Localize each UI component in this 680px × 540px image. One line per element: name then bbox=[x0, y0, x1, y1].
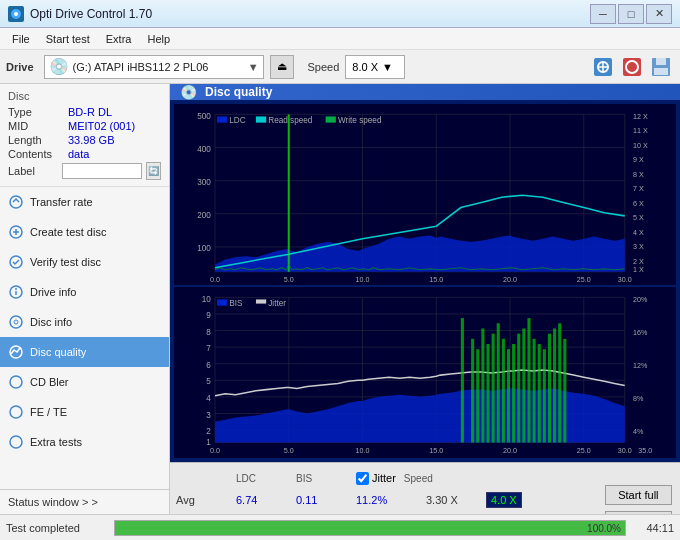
svg-rect-100 bbox=[517, 334, 520, 443]
sidebar-item-drive-info[interactable]: Drive info bbox=[0, 277, 169, 307]
svg-text:5: 5 bbox=[206, 378, 211, 387]
chart1-container: 500 400 300 200 100 0.0 5.0 10.0 15.0 20… bbox=[174, 104, 676, 285]
drive-eject-icon[interactable]: ⏏ bbox=[270, 55, 294, 79]
svg-text:8%: 8% bbox=[633, 394, 644, 403]
time-display: 44:11 bbox=[634, 522, 674, 534]
svg-text:5.0: 5.0 bbox=[284, 275, 294, 284]
nav-items: Transfer rate Create test disc Verify te… bbox=[0, 187, 169, 489]
app-icon bbox=[8, 6, 24, 22]
length-label: Length bbox=[8, 134, 68, 146]
drive-info-icon bbox=[8, 284, 24, 300]
speed-dropdown-arrow[interactable]: ▼ bbox=[382, 61, 393, 73]
statusbar: Test completed 100.0% 44:11 bbox=[0, 514, 680, 540]
toolbar-icon-2[interactable] bbox=[619, 54, 645, 80]
verify-test-disc-icon bbox=[8, 254, 24, 270]
svg-text:9: 9 bbox=[206, 311, 211, 320]
svg-text:4: 4 bbox=[206, 394, 211, 403]
drive-selector[interactable]: 💿 (G:) ATAPI iHBS112 2 PL06 ▼ bbox=[44, 55, 264, 79]
chart2-container: 10 9 8 7 6 5 4 3 2 1 0.0 5.0 10.0 15.0 2… bbox=[174, 287, 676, 458]
extra-tests-icon bbox=[8, 434, 24, 450]
menu-starttest[interactable]: Start test bbox=[38, 31, 98, 47]
svg-rect-133 bbox=[217, 300, 227, 306]
avg-jitter: 11.2% bbox=[356, 494, 426, 506]
start-part-button[interactable]: Start part bbox=[605, 511, 672, 514]
svg-text:8: 8 bbox=[206, 328, 211, 337]
svg-rect-106 bbox=[548, 334, 551, 443]
sidebar-item-fe-te[interactable]: FE / TE bbox=[0, 397, 169, 427]
disc-quality-header-icon: 💿 bbox=[180, 84, 197, 100]
menu-extra[interactable]: Extra bbox=[98, 31, 140, 47]
svg-rect-103 bbox=[533, 339, 536, 443]
sidebar-item-disc-info[interactable]: Disc info bbox=[0, 307, 169, 337]
menu-file[interactable]: File bbox=[4, 31, 38, 47]
svg-text:15.0: 15.0 bbox=[429, 275, 443, 284]
toolbar-icon-1[interactable] bbox=[590, 54, 616, 80]
titlebar: Opti Drive Control 1.70 ─ □ ✕ bbox=[0, 0, 680, 28]
minimize-button[interactable]: ─ bbox=[590, 4, 616, 24]
disc-label-refresh-icon[interactable]: 🔄 bbox=[146, 162, 161, 180]
start-buttons: Start full Start part bbox=[597, 463, 680, 514]
svg-text:0.0: 0.0 bbox=[210, 446, 220, 455]
svg-text:10 X: 10 X bbox=[633, 140, 648, 149]
window-controls: ─ □ ✕ bbox=[590, 4, 672, 24]
jitter-check-input[interactable] bbox=[356, 472, 369, 485]
sidebar-item-verify-test-disc[interactable]: Verify test disc bbox=[0, 247, 169, 277]
svg-rect-102 bbox=[527, 318, 530, 442]
svg-text:6: 6 bbox=[206, 361, 211, 370]
svg-rect-65 bbox=[217, 116, 227, 122]
svg-rect-94 bbox=[486, 344, 489, 442]
sidebar-item-cd-bler[interactable]: CD Bler bbox=[0, 367, 169, 397]
svg-text:12%: 12% bbox=[633, 361, 648, 370]
svg-rect-90 bbox=[461, 318, 464, 442]
svg-text:200: 200 bbox=[197, 211, 211, 220]
disc-section-title: Disc bbox=[8, 90, 161, 102]
fe-te-label: FE / TE bbox=[30, 406, 67, 418]
disc-quality-label: Disc quality bbox=[30, 346, 86, 358]
speed-selector[interactable]: 8.0 X ▼ bbox=[345, 55, 405, 79]
svg-point-19 bbox=[10, 316, 22, 328]
speed-box: 4.0 X bbox=[486, 492, 522, 508]
maximize-button[interactable]: □ bbox=[618, 4, 644, 24]
jitter-checkbox[interactable]: Jitter bbox=[356, 472, 396, 485]
sidebar-item-disc-quality[interactable]: Disc quality bbox=[0, 337, 169, 367]
svg-text:3 X: 3 X bbox=[633, 242, 644, 251]
svg-rect-98 bbox=[507, 349, 510, 442]
toolbar-save-icon[interactable] bbox=[648, 54, 674, 80]
sidebar: Disc Type BD-R DL MID MEIT02 (001) Lengt… bbox=[0, 84, 170, 514]
svg-text:100: 100 bbox=[197, 244, 211, 253]
svg-rect-109 bbox=[563, 339, 566, 443]
close-button[interactable]: ✕ bbox=[646, 4, 672, 24]
svg-rect-108 bbox=[558, 324, 561, 443]
svg-text:BIS: BIS bbox=[229, 299, 243, 308]
svg-text:12 X: 12 X bbox=[633, 111, 648, 120]
svg-point-18 bbox=[15, 288, 17, 290]
svg-text:25.0: 25.0 bbox=[577, 446, 591, 455]
disc-label-input[interactable] bbox=[62, 163, 142, 179]
progress-bar: 100.0% bbox=[114, 520, 626, 536]
drive-dropdown-arrow[interactable]: ▼ bbox=[248, 61, 259, 73]
svg-text:5 X: 5 X bbox=[633, 213, 644, 222]
svg-rect-135 bbox=[256, 300, 266, 304]
svg-text:Write speed: Write speed bbox=[338, 116, 382, 125]
svg-text:10: 10 bbox=[202, 295, 212, 304]
start-full-button[interactable]: Start full bbox=[605, 485, 672, 505]
sidebar-item-extra-tests[interactable]: Extra tests bbox=[0, 427, 169, 457]
svg-rect-99 bbox=[512, 344, 515, 442]
sidebar-item-create-test-disc[interactable]: Create test disc bbox=[0, 217, 169, 247]
svg-text:Read speed: Read speed bbox=[268, 116, 313, 125]
progress-fill bbox=[115, 521, 625, 535]
svg-point-11 bbox=[10, 196, 22, 208]
svg-rect-92 bbox=[476, 349, 479, 442]
svg-text:10.0: 10.0 bbox=[356, 446, 370, 455]
extra-tests-label: Extra tests bbox=[30, 436, 82, 448]
main-layout: Disc Type BD-R DL MID MEIT02 (001) Lengt… bbox=[0, 84, 680, 514]
menu-help[interactable]: Help bbox=[139, 31, 178, 47]
status-window-button[interactable]: Status window > > bbox=[0, 489, 169, 514]
svg-rect-97 bbox=[502, 339, 505, 443]
content-area: 💿 Disc quality bbox=[170, 84, 680, 514]
svg-rect-9 bbox=[656, 58, 666, 65]
stats-speed-header: Speed bbox=[404, 473, 464, 484]
sidebar-item-transfer-rate[interactable]: Transfer rate bbox=[0, 187, 169, 217]
mid-label: MID bbox=[8, 120, 68, 132]
disc-info-label: Disc info bbox=[30, 316, 72, 328]
